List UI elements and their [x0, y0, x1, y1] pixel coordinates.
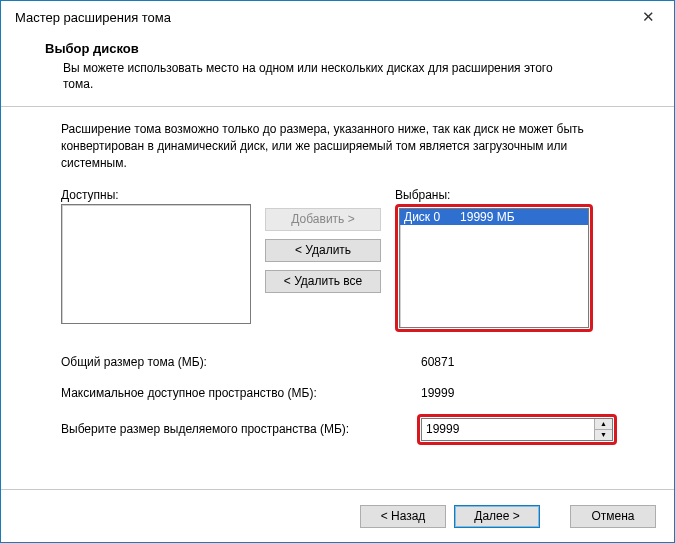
- wizard-body: Расширение тома возможно только до разме…: [1, 107, 674, 490]
- spinner-down-icon[interactable]: ▼: [595, 430, 612, 440]
- wizard-footer: < Назад Далее > Отмена: [1, 490, 674, 542]
- available-label: Доступны:: [61, 188, 251, 202]
- select-space-highlight: ▲ ▼: [417, 414, 617, 445]
- remove-all-button[interactable]: < Удалить все: [265, 270, 381, 293]
- selected-highlight: Диск 0 19999 МБ: [395, 204, 593, 332]
- next-button[interactable]: Далее >: [454, 505, 540, 528]
- close-icon[interactable]: ✕: [628, 3, 668, 31]
- list-item[interactable]: Диск 0 19999 МБ: [400, 209, 588, 225]
- spinner-up-icon[interactable]: ▲: [595, 419, 612, 430]
- max-space-label: Максимальное доступное пространство (МБ)…: [61, 386, 417, 400]
- back-button[interactable]: < Назад: [360, 505, 446, 528]
- size-fields: Общий размер тома (МБ): 60871 Максимальн…: [61, 352, 646, 445]
- max-space-value: 19999: [417, 383, 609, 404]
- available-column: Доступны:: [61, 188, 251, 324]
- spinner-buttons: ▲ ▼: [594, 419, 612, 440]
- select-space-label: Выберите размер выделяемого пространства…: [61, 422, 417, 436]
- selected-column: Выбраны: Диск 0 19999 МБ: [395, 188, 593, 332]
- page-title: Выбор дисков: [45, 41, 646, 56]
- transfer-buttons: Добавить > < Удалить < Удалить все: [265, 208, 381, 293]
- cancel-button[interactable]: Отмена: [570, 505, 656, 528]
- extension-note: Расширение тома возможно только до разме…: [61, 121, 621, 171]
- page-description: Вы можете использовать место на одном ил…: [63, 60, 583, 92]
- window-title: Мастер расширения тома: [15, 10, 628, 25]
- select-space-input[interactable]: [422, 419, 594, 440]
- total-size-value: 60871: [417, 352, 609, 373]
- available-listbox[interactable]: [61, 204, 251, 324]
- selected-listbox[interactable]: Диск 0 19999 МБ: [399, 208, 589, 328]
- add-button: Добавить >: [265, 208, 381, 231]
- wizard-header: Выбор дисков Вы можете использовать мест…: [1, 33, 674, 107]
- remove-button[interactable]: < Удалить: [265, 239, 381, 262]
- disk-lists: Доступны: Добавить > < Удалить < Удалить…: [61, 188, 646, 332]
- select-space-spinner[interactable]: ▲ ▼: [421, 418, 613, 441]
- selected-label: Выбраны:: [395, 188, 593, 202]
- total-size-label: Общий размер тома (МБ):: [61, 355, 417, 369]
- wizard-window: Мастер расширения тома ✕ Выбор дисков Вы…: [0, 0, 675, 543]
- title-bar: Мастер расширения тома ✕: [1, 1, 674, 33]
